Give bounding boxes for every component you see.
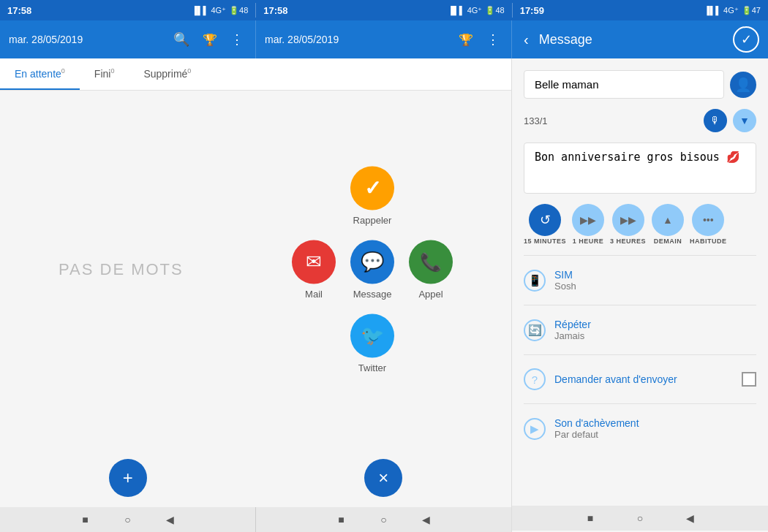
tab-fini[interactable]: Fini0 <box>80 58 129 90</box>
trophy-icon-1: 🏆 <box>200 30 220 50</box>
sim-text: SIM Sosh <box>554 269 576 292</box>
action-icons: ✓ Rappeler ✉ Mail 💬 <box>292 166 453 373</box>
mail-circle: ✉ <box>292 240 336 284</box>
sim-label: SIM <box>554 269 576 281</box>
back-button-2[interactable]: ◀ <box>420 513 433 526</box>
appel-button[interactable]: 📞 Appel <box>409 240 453 299</box>
recipient-row: 👤 <box>524 70 756 99</box>
search-icon[interactable]: 🔍 <box>170 28 192 50</box>
signal-icon-1: ▐▌▌ 4G⁺ <box>192 6 226 15</box>
ask-checkbox[interactable] <box>742 372 756 387</box>
nav-section-1: ■ ○ ◀ <box>0 507 255 532</box>
sched-1heure-label: 1 HEURE <box>573 238 604 245</box>
header-date-1: mar. 28/05/2019 <box>9 34 163 45</box>
repeat-value: Jamais <box>554 330 591 341</box>
repeat-row: 🔄 Répéter Jamais <box>524 316 756 344</box>
tab-en-attente[interactable]: En attente0 <box>0 58 80 90</box>
sched-3heures-icon: ▶▶ <box>620 214 636 226</box>
repeat-text: Répéter Jamais <box>554 319 591 341</box>
mail-button[interactable]: ✉ Mail <box>292 240 336 299</box>
square-button-3[interactable]: ■ <box>584 512 597 525</box>
status-bars: 17:58 ▐▌▌ 4G⁺ 🔋48 17:58 ▐▌▌ 4G⁺ 🔋48 17:5… <box>0 0 768 20</box>
ask-row: ? Demander avant d'envoyer <box>524 365 756 393</box>
sched-habitude[interactable]: ••• HABITUDE <box>690 204 727 245</box>
back-button-3[interactable]: ◀ <box>683 512 696 525</box>
back-chevron-icon[interactable]: ‹ <box>521 28 532 51</box>
sched-habitude-icon: ••• <box>703 214 714 226</box>
confirm-button[interactable]: ✓ <box>733 26 759 53</box>
rappeler-label: Rappeler <box>353 214 392 225</box>
right-panel: 👤 133/1 🎙 ▼ Bon anniversaire gros bisous… <box>512 58 768 532</box>
sched-15min-label: 15 MINUTES <box>524 238 566 245</box>
repeat-icon: 🔄 <box>524 319 546 341</box>
rappeler-button[interactable]: ✓ Rappeler <box>350 166 394 225</box>
twitter-button[interactable]: 🐦 Twitter <box>350 314 394 373</box>
recipient-input[interactable] <box>524 70 724 99</box>
twitter-icon: 🐦 <box>361 324 384 347</box>
home-button-1[interactable]: ○ <box>121 513 135 526</box>
appel-label: Appel <box>418 288 443 299</box>
time-3: 17:59 <box>520 5 544 16</box>
status-icons-3: ▐▌▌ 4G⁺ 🔋47 <box>704 6 761 15</box>
square-button-1[interactable]: ■ <box>79 513 92 526</box>
sched-3heures-circle: ▶▶ <box>612 204 644 236</box>
sim-row: 📱 SIM Sosh <box>524 266 756 294</box>
action-row-2: ✉ Mail 💬 Message 📞 Appel <box>292 240 453 299</box>
sched-15min[interactable]: ↺ 15 MINUTES <box>524 204 566 245</box>
twitter-label: Twitter <box>358 362 386 373</box>
message-label: Message <box>353 288 392 299</box>
nav-bar-left: ■ ○ ◀ ■ ○ ◀ <box>0 507 511 532</box>
sched-1heure[interactable]: ▶▶ 1 HEURE <box>572 204 604 245</box>
status-icons-2: ▐▌▌ 4G⁺ 🔋48 <box>448 6 504 15</box>
sched-15min-icon: ↺ <box>540 212 551 228</box>
add-button[interactable]: + <box>109 459 147 497</box>
message-circle: 💬 <box>350 240 394 284</box>
mic-button[interactable]: 🎙 <box>704 109 727 132</box>
sched-3heures-label: 3 HEURES <box>610 238 646 245</box>
message-title: Message <box>539 32 726 48</box>
sched-15min-circle: ↺ <box>529 204 561 236</box>
sim-value: Sosh <box>554 281 576 292</box>
message-textarea[interactable]: Bon anniversaire gros bisous 💋 <box>524 142 756 194</box>
appel-circle: 📞 <box>409 240 453 284</box>
ask-label: Demander avant d'envoyer <box>554 373 677 385</box>
divider-3 <box>524 354 756 355</box>
square-button-2[interactable]: ■ <box>335 513 348 526</box>
sound-icon: ▶ <box>524 418 546 440</box>
mail-label: Mail <box>305 288 323 299</box>
action-area: PAS DE MOTS ✓ Rappeler ✉ <box>0 91 511 449</box>
sim-icon: 📱 <box>524 270 546 292</box>
divider-2 <box>524 305 756 305</box>
home-button-2[interactable]: ○ <box>377 513 391 526</box>
back-button-1[interactable]: ◀ <box>164 513 177 526</box>
phone-icon: 📞 <box>420 251 442 272</box>
sched-demain-icon: ▲ <box>663 214 673 226</box>
twitter-circle: 🐦 <box>350 314 394 357</box>
trophy-icon-2: 🏆 <box>456 30 476 50</box>
sched-demain-label: DEMAIN <box>654 238 682 245</box>
check-icon: ✓ <box>364 176 381 200</box>
home-button-3[interactable]: ○ <box>633 512 647 525</box>
header-left: mar. 28/05/2019 🔍 🏆 ⋮ <box>0 20 256 58</box>
close-button[interactable]: × <box>364 459 402 497</box>
tabs: En attente0 Fini0 Supprimé0 <box>0 58 511 91</box>
more-icon-1[interactable]: ⋮ <box>227 28 246 50</box>
bottom-buttons: + × <box>0 449 511 507</box>
tab-supprime[interactable]: Supprimé0 <box>129 58 206 90</box>
divider-4 <box>524 403 756 404</box>
message-button[interactable]: 💬 Message <box>350 240 394 299</box>
battery-1: 🔋48 <box>229 6 248 15</box>
action-row-3: 🐦 Twitter <box>350 314 394 373</box>
sched-3heures[interactable]: ▶▶ 3 HEURES <box>610 204 646 245</box>
time-2: 17:58 <box>263 5 287 16</box>
more-icon-2[interactable]: ⋮ <box>483 28 502 50</box>
status-icons-1: ▐▌▌ 4G⁺ 🔋48 <box>192 6 248 15</box>
status-bar-3: 17:59 ▐▌▌ 4G⁺ 🔋47 <box>513 0 768 20</box>
status-bar-1: 17:58 ▐▌▌ 4G⁺ 🔋48 <box>0 0 255 20</box>
schedule-row: ↺ 15 MINUTES ▶▶ 1 HEURE ▶▶ 3 HEURES ▲ <box>524 204 756 245</box>
sched-demain[interactable]: ▲ DEMAIN <box>652 204 684 245</box>
contact-icon[interactable]: 👤 <box>730 72 756 98</box>
repeat-label: Répéter <box>554 319 591 330</box>
nav-section-2: ■ ○ ◀ <box>256 507 511 532</box>
chevron-down-button[interactable]: ▼ <box>733 109 756 132</box>
